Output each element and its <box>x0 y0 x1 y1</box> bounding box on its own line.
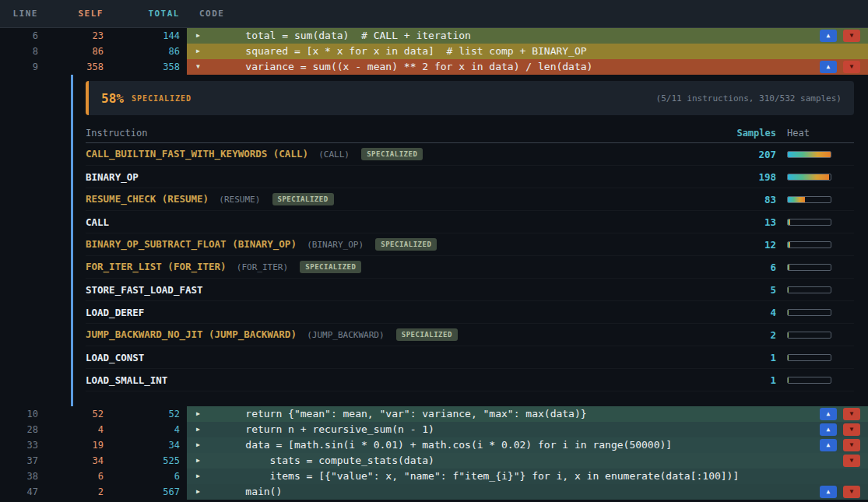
instruction-name: LOAD_CONST <box>86 352 144 363</box>
line-number: 8 <box>0 44 47 59</box>
heat-bar <box>787 377 831 384</box>
code-cell: ▶ stats = compute_stats(data) ▼ <box>187 453 868 469</box>
total-count: 52 <box>113 406 187 422</box>
expand-toggle-icon[interactable]: ▶ <box>196 469 200 484</box>
heat-bar-fill <box>788 242 790 247</box>
samples-count: 1 <box>722 352 776 363</box>
specialization-summary-box: 58% SPECIALIZED (5/11 instructions, 310/… <box>86 81 854 115</box>
move-up-button[interactable]: ▲ <box>820 486 837 498</box>
code-line-row: 33 19 34 ▶ data = [math.sin(i * 0.01) + … <box>0 437 868 453</box>
code-line-row: 47 2 567 ▶ main() ▲ ▼ <box>0 484 868 500</box>
self-count: 52 <box>47 406 113 422</box>
instruction-row: FOR_ITER_LIST (FOR_ITER) (FOR_ITER) SPEC… <box>86 256 854 279</box>
instruction-name: RESUME_CHECK (RESUME) <box>86 193 209 205</box>
instruction-base-op: (FOR_ITER) <box>237 262 288 272</box>
samples-count: 13 <box>722 216 776 228</box>
move-up-button[interactable]: ▲ <box>820 408 837 420</box>
total-count: 525 <box>113 453 187 469</box>
line-number: 33 <box>0 437 47 453</box>
samples-count: 1 <box>722 374 776 386</box>
code-text: variance = sum((x - mean) ** 2 for x in … <box>221 59 592 75</box>
instruction-base-op: (JUMP_BACKWARD) <box>307 330 384 340</box>
instruction-cell: STORE_FAST_LOAD_FAST <box>86 284 722 296</box>
instruction-row: JUMP_BACKWARD_NO_JIT (JUMP_BACKWARD) (JU… <box>86 324 854 346</box>
move-down-button[interactable]: ▼ <box>843 30 860 42</box>
instruction-base-op: (CALL) <box>318 149 350 160</box>
code-text: items = [{"value": x, "name": f"item_{i}… <box>221 469 739 484</box>
instruction-cell: BINARY_OP_SUBTRACT_FLOAT (BINARY_OP) (BI… <box>86 238 722 251</box>
expand-toggle-icon[interactable]: ▶ <box>196 406 200 422</box>
heat-bar <box>787 174 831 181</box>
heat-bar-fill <box>788 355 789 360</box>
heat-bar <box>787 151 831 158</box>
instruction-name: LOAD_SMALL_INT <box>86 374 167 386</box>
specialized-badge: SPECIALIZED <box>375 238 437 251</box>
specialized-badge: SPECIALIZED <box>361 148 423 160</box>
code-text: return n + recursive_sum(n - 1) <box>221 422 434 437</box>
self-count: 34 <box>47 453 113 469</box>
expand-toggle-icon[interactable]: ▶ <box>196 44 200 59</box>
header-total: TOTAL <box>113 9 187 19</box>
move-down-button[interactable]: ▼ <box>843 455 860 467</box>
move-down-button[interactable]: ▼ <box>843 423 860 436</box>
move-down-button[interactable]: ▼ <box>843 486 860 498</box>
specialized-summary-text: (5/11 instructions, 310/532 samples) <box>656 93 842 104</box>
expand-toggle-icon[interactable]: ▼ <box>196 59 200 75</box>
code-line-row: 37 34 525 ▶ stats = compute_stats(data) … <box>0 453 868 469</box>
heat-bar-fill <box>788 265 789 270</box>
instruction-row: LOAD_CONST 1 <box>86 346 854 369</box>
code-cell: ▼ variance = sum((x - mean) ** 2 for x i… <box>187 59 868 75</box>
code-cell: ▶ main() ▲ ▼ <box>187 484 868 500</box>
instruction-name: BINARY_OP_SUBTRACT_FLOAT (BINARY_OP) <box>86 238 297 250</box>
code-cell: ▶ squared = [x * x for x in data] # list… <box>187 44 868 59</box>
code-text: return {"mean": mean, "var": variance, "… <box>221 406 587 422</box>
instruction-base-op: (BINARY_OP) <box>307 240 364 250</box>
move-down-button[interactable]: ▼ <box>843 408 860 420</box>
code-text: main() <box>221 484 282 500</box>
code-rows-bottom: 10 52 52 ▶ return {"mean": mean, "var": … <box>0 406 868 500</box>
samples-count: 4 <box>722 307 776 318</box>
move-down-button[interactable]: ▼ <box>843 439 860 451</box>
code-line-row: 28 4 4 ▶ return n + recursive_sum(n - 1)… <box>0 422 868 437</box>
expand-toggle-icon[interactable]: ▶ <box>196 453 200 469</box>
code-text: data = [math.sin(i * 0.01) + math.cos(i … <box>221 437 672 453</box>
instruction-row: CALL 13 <box>86 211 854 233</box>
expand-toggle-icon[interactable]: ▶ <box>196 422 200 437</box>
heat-bar-track <box>787 377 831 384</box>
self-count: 19 <box>47 437 113 453</box>
expand-toggle-icon[interactable]: ▶ <box>196 437 200 453</box>
instruction-row: BINARY_OP 198 <box>86 166 854 188</box>
header-code: CODE <box>187 9 868 19</box>
line-number: 47 <box>0 484 47 500</box>
expand-toggle-icon[interactable]: ▶ <box>196 484 200 500</box>
instruction-cell: CALL_BUILTIN_FAST_WITH_KEYWORDS (CALL) (… <box>86 148 722 160</box>
move-down-button[interactable]: ▼ <box>843 61 860 73</box>
self-count: 23 <box>47 28 113 44</box>
heat-bar-track <box>787 241 831 248</box>
code-text: total = sum(data) # CALL + iteration <box>221 28 471 44</box>
move-up-button[interactable]: ▲ <box>820 30 837 42</box>
header-self: SELF <box>47 9 113 19</box>
instruction-name: CALL_BUILTIN_FAST_WITH_KEYWORDS (CALL) <box>86 148 308 160</box>
expand-toggle-icon[interactable]: ▶ <box>196 28 200 44</box>
samples-count: 12 <box>722 239 776 251</box>
code-line-row: 6 23 144 ▶ total = sum(data) # CALL + it… <box>0 28 868 44</box>
heat-bar-track <box>787 151 831 158</box>
instruction-row: STORE_FAST_LOAD_FAST 5 <box>86 279 854 301</box>
header-line: LINE <box>0 9 47 19</box>
instruction-row: LOAD_SMALL_INT 1 <box>86 369 854 391</box>
move-up-button[interactable]: ▲ <box>820 423 837 436</box>
self-count: 2 <box>47 484 113 500</box>
samples-count: 207 <box>722 149 776 160</box>
instruction-row: BINARY_OP_SUBTRACT_FLOAT (BINARY_OP) (BI… <box>86 233 854 256</box>
move-up-button[interactable]: ▲ <box>820 61 837 73</box>
code-line-row: 9 358 358 ▼ variance = sum((x - mean) **… <box>0 59 868 75</box>
move-up-button[interactable]: ▲ <box>820 439 837 451</box>
instruction-row: RESUME_CHECK (RESUME) (RESUME) SPECIALIZ… <box>86 188 854 211</box>
heat-bar <box>787 286 831 293</box>
table-header: LINE SELF TOTAL CODE <box>0 0 868 28</box>
code-line-row: 10 52 52 ▶ return {"mean": mean, "var": … <box>0 406 868 422</box>
instruction-row: CALL_BUILTIN_FAST_WITH_KEYWORDS (CALL) (… <box>86 143 854 166</box>
self-count: 358 <box>47 59 113 75</box>
heat-bar-fill <box>788 219 790 225</box>
